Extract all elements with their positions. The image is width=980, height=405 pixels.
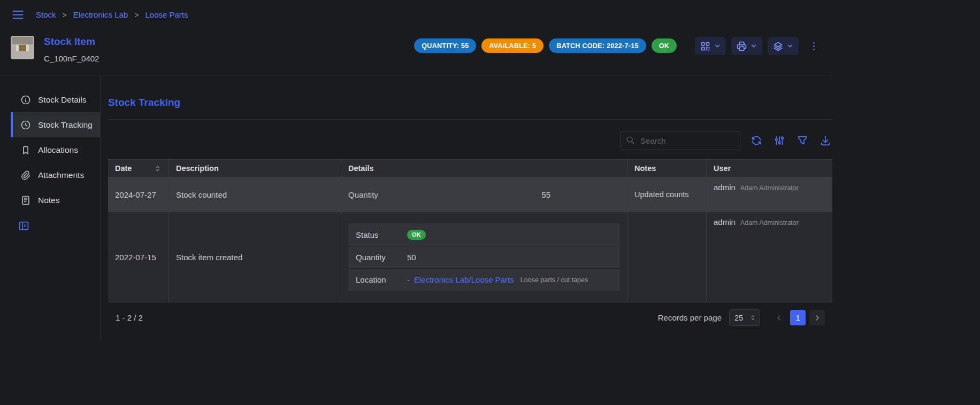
dots-menu-button[interactable] (806, 38, 822, 54)
sidebar-item-stock-details[interactable]: Stock Details (11, 87, 100, 112)
description-cell: Stock item created (169, 212, 341, 302)
stock-item-thumbnail[interactable] (11, 36, 34, 59)
column-header-notes[interactable]: Notes (627, 160, 706, 177)
main-panel: Stock Tracking (101, 75, 832, 341)
chevron-right-icon (813, 314, 822, 322)
detail-label: Location (356, 275, 407, 284)
column-header-description[interactable]: Description (169, 160, 341, 177)
ok-status-badge: OK (407, 230, 426, 240)
heading-divider (108, 119, 832, 120)
page-title: Stock Item (44, 36, 99, 48)
detail-label: Status (356, 230, 407, 239)
username: admin (714, 183, 736, 192)
records-per-page-value: 25 (734, 314, 743, 322)
search-box (621, 131, 740, 150)
download-button[interactable] (818, 134, 832, 147)
detail-row-status: Status OK (348, 223, 620, 246)
sidebar-collapse-button[interactable] (18, 220, 29, 231)
notes-value: Updated counts (634, 190, 689, 199)
location-link[interactable]: Electronics Lab/Loose Parts (414, 275, 514, 284)
detail-label: Quantity (348, 190, 378, 199)
description-value: Stock item created (176, 253, 242, 262)
refresh-icon (751, 135, 762, 146)
breadcrumb-separator: > (63, 11, 67, 19)
app-window: Stock > Electronics Lab > Loose Parts St… (0, 0, 832, 341)
date-value: 2024-07-27 (115, 190, 156, 199)
sidebar: Stock Details Stock Tracking Allocations… (11, 75, 101, 341)
table-row: 2024-07-27 Stock counted Quantity 55 Upd… (108, 177, 832, 212)
details-cell: Status OK Quantity 50 Location - Electro… (341, 212, 627, 302)
column-header-label: Details (348, 164, 374, 173)
sidebar-item-attachments[interactable]: Attachments (11, 162, 100, 188)
filter-button[interactable] (795, 134, 809, 147)
info-icon (20, 95, 31, 105)
user-cell: admin Adam Administrator (706, 177, 832, 212)
stock-actions-icon (772, 41, 784, 52)
chevron-down-icon (714, 42, 721, 50)
refresh-button[interactable] (749, 134, 763, 147)
notes-cell: Updated counts (627, 177, 706, 212)
table-footer: 1 - 2 / 2 Records per page 25 (108, 302, 832, 333)
paperclip-icon (20, 170, 31, 181)
description-value: Stock counted (176, 190, 227, 199)
notes-cell (627, 212, 706, 302)
column-header-details[interactable]: Details (341, 160, 627, 177)
table-header-row: Date Description Details Notes User (108, 160, 832, 177)
table-toolbar (108, 131, 832, 150)
user-fullname: Adam Administrator (740, 184, 799, 192)
column-header-label: Notes (634, 164, 656, 173)
page-subtitle: C_100nF_0402 (44, 54, 99, 63)
breadcrumb-separator: > (134, 11, 139, 19)
breadcrumb-link-electronics-lab[interactable]: Electronics Lab (73, 10, 128, 19)
previous-page-button[interactable] (771, 310, 786, 325)
topbar: Stock > Electronics Lab > Loose Parts (0, 0, 832, 27)
chevron-down-icon (786, 42, 794, 50)
available-badge: AVAILABLE: 5 (481, 38, 543, 53)
breadcrumb-link-loose-parts[interactable]: Loose Parts (145, 10, 188, 19)
column-header-date[interactable]: Date (108, 160, 169, 177)
sidebar-item-stock-tracking[interactable]: Stock Tracking (11, 112, 100, 137)
stock-actions-button[interactable] (768, 37, 799, 55)
column-header-label: Date (115, 164, 132, 173)
detail-value: 50 (407, 253, 416, 262)
date-value: 2022-07-15 (115, 253, 156, 262)
column-header-user[interactable]: User (706, 160, 832, 177)
records-per-page-label: Records per page (658, 313, 722, 322)
batch-code-badge: BATCH CODE: 2022-7-15 (549, 38, 646, 53)
location-prefix: - (407, 275, 410, 284)
breadcrumb-link-stock[interactable]: Stock (36, 10, 56, 19)
details-cell: Quantity 55 (341, 177, 627, 212)
records-per-page-select[interactable]: 25 (729, 309, 760, 326)
sidebar-item-label: Attachments (38, 170, 84, 180)
detail-row-quantity: Quantity 50 (348, 246, 620, 268)
detail-row: Quantity 55 (348, 190, 620, 199)
breadcrumb: Stock > Electronics Lab > Loose Parts (36, 10, 188, 19)
user-fullname: Adam Administrator (740, 219, 799, 227)
user-cell: admin Adam Administrator (706, 212, 832, 302)
download-icon (820, 135, 831, 146)
filter-icon (797, 135, 808, 146)
detail-label: Quantity (356, 253, 407, 262)
column-settings-button[interactable] (772, 134, 786, 147)
dots-menu-icon (808, 41, 820, 52)
sidebar-collapse-icon (18, 220, 29, 231)
sidebar-item-allocations[interactable]: Allocations (11, 137, 100, 162)
barcode-actions-icon (700, 41, 711, 52)
column-header-label: User (714, 164, 731, 173)
chevron-down-icon (750, 42, 757, 50)
adjustments-icon (774, 135, 785, 146)
detail-row-location: Location - Electronics Lab/Loose Parts L… (348, 268, 620, 291)
sidebar-item-notes[interactable]: Notes (11, 188, 100, 213)
next-page-button[interactable] (809, 310, 825, 325)
username: admin (714, 217, 736, 227)
search-icon (626, 136, 635, 145)
print-actions-button[interactable] (731, 37, 762, 55)
search-input[interactable] (621, 131, 740, 150)
print-actions-icon (736, 41, 747, 52)
barcode-actions-button[interactable] (695, 37, 726, 55)
description-cell: Stock counted (169, 177, 341, 212)
header-actions (695, 37, 822, 55)
record-range: 1 - 2 / 2 (116, 313, 143, 322)
hamburger-menu-button[interactable] (11, 7, 25, 22)
page-number-button[interactable]: 1 (790, 310, 806, 325)
